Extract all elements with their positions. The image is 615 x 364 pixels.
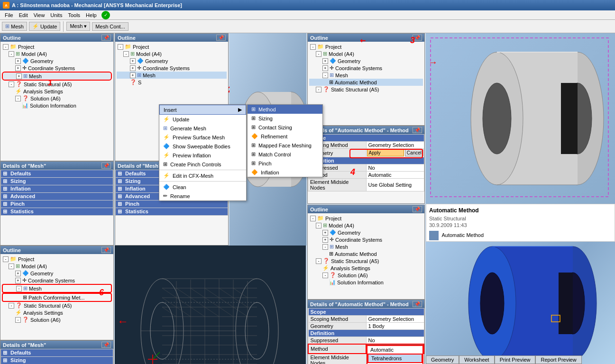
ctx-update[interactable]: ⚡ Update [159, 115, 246, 124]
expand-static-3[interactable]: - [316, 87, 321, 92]
expand-coord-1[interactable]: + [15, 65, 21, 71]
expand-def-2[interactable]: ⊞ [118, 171, 122, 176]
tab-geometry[interactable]: Geometry [426, 355, 459, 364]
submenu-pinch[interactable]: ⊞ Pinch [248, 159, 322, 168]
expand-static-5[interactable]: - [9, 303, 14, 309]
outline-pin-btn-1[interactable]: 📌 [101, 35, 111, 41]
expand-sol-1[interactable]: - [15, 96, 21, 101]
tree-geometry-3[interactable]: + 🔷 Geometry [309, 57, 423, 64]
expand-inf-1[interactable]: ⊞ [3, 186, 7, 191]
expand-mesh-2[interactable]: + [130, 73, 136, 78]
tree-model-2[interactable]: - ⊞ Model (A4) [117, 50, 227, 57]
ctx-insert[interactable]: Insert ▶ [159, 105, 246, 115]
expand-sol-5[interactable]: - [15, 317, 21, 323]
expand-geo-1[interactable]: + [15, 58, 21, 64]
tree-solinfo-4[interactable]: 📊 Solution Information [309, 279, 423, 286]
tree-geometry-2[interactable]: + 🔷 Geometry [117, 57, 227, 64]
expand-adv-2[interactable]: ⊞ [118, 193, 122, 199]
expand-mesh-1[interactable]: + [16, 73, 22, 79]
tree-project-5[interactable]: - 📁 Project [2, 255, 112, 263]
expand-pinch-2[interactable]: ⊞ [118, 201, 122, 207]
expand-stats-2[interactable]: ⊞ [118, 209, 122, 214]
tree-coord-2[interactable]: + ✛ Coordinate Systems [117, 64, 227, 72]
tree-model-3[interactable]: - ⊞ Model (A4) [309, 50, 423, 57]
tree-static-4[interactable]: - ❓ Static Structural (A5) [309, 257, 423, 264]
tree-project-2[interactable]: - 📁 Project [117, 43, 227, 50]
outline-pin-5[interactable]: 📌 [101, 247, 111, 253]
submenu-refinement[interactable]: 🔶 Refinement [248, 132, 322, 141]
toolbar-meshcont-btn[interactable]: Mesh Cont... [92, 22, 128, 31]
tree-project-3[interactable]: - 📁 Project [309, 43, 423, 50]
tree-autometh-3[interactable]: ⊞ Automatic Method [309, 79, 423, 86]
expand-coord-2[interactable]: + [130, 65, 136, 71]
expand-project-5[interactable]: - [3, 256, 9, 262]
expand-def-5[interactable]: ⊞ [3, 350, 7, 355]
expand-coord-5[interactable]: + [15, 278, 21, 283]
expand-siz-1[interactable]: ⊞ [3, 178, 7, 184]
tree-coord-5[interactable]: + ✛ Coordinate Systems [2, 277, 112, 284]
ctx-rename[interactable]: ✏ Rename [159, 191, 246, 200]
outline-pin-4[interactable]: 📌 [413, 206, 422, 212]
expand-mesh-4[interactable]: - [322, 244, 328, 250]
tab-printpreview[interactable]: Print Preview [495, 355, 536, 364]
tree-coord-1[interactable]: + ✛ Coordinate Systems [2, 64, 112, 72]
expand-model-4[interactable]: - [316, 223, 321, 228]
expand-pinch-1[interactable]: ⊞ [3, 201, 7, 207]
tree-mesh-4[interactable]: - ⊞ Mesh [309, 243, 423, 250]
tree-coord-4[interactable]: + ✛ Coordinate Systems [309, 236, 423, 243]
tree-project-1[interactable]: - 📁 Project [2, 43, 112, 50]
ctx-prevsurface[interactable]: ⚡ Preview Surface Mesh [159, 133, 246, 142]
tree-patch-5[interactable]: ⊞ Patch Conforming Met... [2, 293, 112, 302]
expand-model-3[interactable]: - [316, 51, 321, 57]
expand-coord-4[interactable]: + [322, 237, 328, 243]
menu-help[interactable]: Help [83, 12, 100, 18]
expand-model-5[interactable]: - [9, 264, 14, 269]
tree-coord-3[interactable]: + ✛ Coordinate Systems [309, 64, 423, 72]
ctx-previnfl[interactable]: ⚡ Preview Inflation [159, 151, 246, 160]
ctx-createpinch[interactable]: ⊞ Create Pinch Controls [159, 160, 246, 169]
toolbar-update-btn[interactable]: ⚡ Update [29, 22, 60, 31]
geometry-apply-btn[interactable]: Apply [367, 149, 404, 156]
toolbar-mesh2-btn[interactable]: Mesh ▾ [66, 22, 90, 31]
submenu-mappedfacemesh[interactable]: ⊞ Mapped Face Meshing [248, 141, 322, 150]
tree-analysis-1[interactable]: ⚡ Analysis Settings [2, 88, 112, 95]
submenu-method[interactable]: ⊞ Method [248, 105, 322, 114]
details-pin-3[interactable]: 📌 [413, 127, 422, 133]
menu-edit[interactable]: Edit [16, 12, 31, 18]
tree-geo-5[interactable]: + 🔷 Geometry [2, 270, 112, 277]
expand-static-1[interactable]: - [9, 82, 14, 87]
tree-solution-1[interactable]: - ❓ Solution (A6) [2, 95, 112, 102]
expand-static-4[interactable]: - [316, 258, 321, 264]
tab-reportpreview[interactable]: Report Preview [535, 355, 581, 364]
tree-s-2[interactable]: ❓ S [117, 79, 227, 86]
submenu-inflation[interactable]: 🔶 Inflation [248, 168, 322, 177]
toolbar-mesh-btn[interactable]: ⊞ Mesh [2, 22, 27, 31]
expand-project-3[interactable]: - [310, 44, 316, 50]
menu-file[interactable]: File [2, 12, 16, 18]
tree-model-5[interactable]: - ⊞ Model (A4) [2, 263, 112, 270]
tree-mesh-5[interactable]: - ⊞ Mesh [2, 284, 112, 293]
expand-geo-4[interactable]: + [322, 230, 328, 236]
details-pin-4[interactable]: 📌 [413, 301, 422, 307]
tree-sol-5[interactable]: - ❓ Solution (A6) [2, 316, 112, 323]
expand-mesh-3[interactable]: - [322, 73, 328, 78]
tree-sol-4[interactable]: - ❓ Solution (A6) [309, 272, 423, 279]
expand-siz-2[interactable]: ⊞ [118, 178, 122, 184]
expand-project-1[interactable]: - [3, 44, 9, 50]
tree-analysis-4[interactable]: ⚡ Analysis Settings [309, 264, 423, 272]
tree-model-1[interactable]: - ⊞ Model (A4) [2, 50, 112, 57]
expand-coord-3[interactable]: + [322, 65, 328, 71]
submenu-sizing[interactable]: ⊞ Sizing [248, 114, 322, 123]
tree-project-4[interactable]: - 📁 Project [309, 215, 423, 222]
expand-geo-5[interactable]: + [15, 271, 21, 276]
expand-project-4[interactable]: - [310, 216, 316, 221]
expand-def-1[interactable]: ⊞ [3, 171, 7, 176]
expand-geo-3[interactable]: + [322, 58, 328, 64]
ctx-editcfx[interactable]: ⚡ Edit in CFX-Mesh [159, 171, 246, 180]
dd-tetrahedrons[interactable]: Tetrahedrons [367, 354, 422, 363]
expand-inf-2[interactable]: ⊞ [118, 186, 122, 191]
menu-units[interactable]: Units [47, 12, 65, 18]
menu-tools[interactable]: Tools [65, 12, 83, 18]
menu-view[interactable]: View [31, 12, 48, 18]
geometry-cancel-btn[interactable]: Cancel [405, 149, 423, 156]
